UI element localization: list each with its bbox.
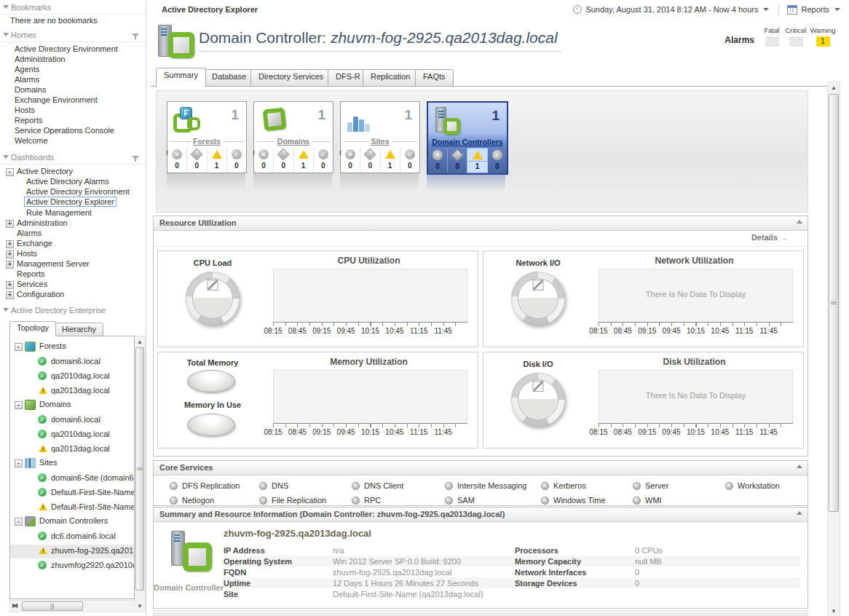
- dashboards-section-header[interactable]: Dashboards: [0, 151, 146, 165]
- tree-item[interactable]: Default-First-Site-Name: [10, 501, 134, 515]
- time-range-text[interactable]: Sunday, August 31, 2014 8:12 AM - Now 4 …: [585, 5, 758, 14]
- core-services-header[interactable]: Core Services: [154, 461, 807, 475]
- tree-expand-box[interactable]: [6, 240, 14, 248]
- homes-section-header[interactable]: Homes: [0, 29, 146, 42]
- tree-item[interactable]: qa2013dag.local: [10, 384, 134, 398]
- sidebar-item-service-operations-console[interactable]: Service Operations Console: [15, 126, 114, 135]
- bookmarks-section-header[interactable]: Bookmarks: [0, 1, 146, 15]
- network-io-gauge[interactable]: [511, 272, 565, 325]
- tile-label[interactable]: Domain Controllers: [428, 138, 507, 147]
- tree-item[interactable]: domain6-Site (domain6.lo: [10, 472, 134, 486]
- tab-directory-services[interactable]: Directory Services: [250, 69, 331, 87]
- tree-item[interactable]: Default-First-Site-Name: [10, 486, 134, 500]
- fatal-count-box[interactable]: [765, 36, 779, 47]
- scroll-thumb[interactable]: [135, 347, 144, 591]
- tree-item-selected[interactable]: zhuvm-fog-2925.qa2013: [10, 545, 134, 558]
- tree-expand-box[interactable]: [6, 281, 14, 289]
- tree-expand-box[interactable]: [6, 291, 14, 299]
- tile-forests[interactable]: 1 Forests 00 10: [167, 101, 247, 173]
- tree-collapse-box[interactable]: [15, 343, 23, 351]
- collapse-section-icon[interactable]: [797, 511, 802, 515]
- collapse-section-icon[interactable]: [797, 465, 802, 468]
- tree-collapse-box[interactable]: [6, 168, 14, 176]
- dash-node-alarms[interactable]: Alarms: [17, 229, 42, 237]
- resource-utilization-header[interactable]: Resource Utilization: [154, 216, 807, 231]
- tree-item[interactable]: zhuvmfog2920.qa2010d: [10, 559, 134, 573]
- dash-item-rule-management[interactable]: Rule Management: [26, 208, 92, 217]
- tree-item[interactable]: qa2010dag.local: [10, 428, 134, 442]
- tree-expand-box[interactable]: [6, 220, 14, 228]
- tab-replication[interactable]: Replication: [363, 69, 418, 87]
- sidebar-item-hosts[interactable]: Hosts: [15, 106, 35, 114]
- sidebar-item-active-directory-environment[interactable]: Active Directory Environment: [15, 44, 118, 53]
- tile-label[interactable]: Domains: [254, 137, 333, 146]
- sidebar-item-alarms[interactable]: Alarms: [15, 75, 39, 84]
- service-rpc[interactable]: RPC: [352, 496, 445, 505]
- dash-node-services[interactable]: Services: [17, 280, 47, 288]
- scroll-up-arrow[interactable]: ▲: [828, 83, 840, 92]
- total-memory-gauge[interactable]: [187, 370, 235, 392]
- service-dns[interactable]: DNS: [259, 481, 352, 490]
- tree-group-forests[interactable]: Forests: [10, 341, 134, 355]
- disk-utilization-plot[interactable]: There Is No Data To Display: [599, 370, 793, 424]
- tree-item[interactable]: qa2013dag.local: [10, 443, 134, 457]
- summary-header[interactable]: Summary and Resource Information (Domain…: [154, 508, 807, 522]
- main-vscrollbar[interactable]: ▲ ▼: [827, 82, 840, 616]
- scroll-down-arrow[interactable]: ▼: [828, 607, 840, 616]
- disk-io-gauge[interactable]: [511, 373, 565, 427]
- tree-group-sites[interactable]: Sites: [10, 457, 134, 471]
- tree-item[interactable]: dc6.domain6.local: [10, 530, 134, 544]
- dash-item-active-directory-environment[interactable]: Active Directory Environment: [26, 187, 130, 196]
- sidebar-item-exchange-environment[interactable]: Exchange Environment: [15, 95, 98, 104]
- dash-node-configuration[interactable]: Configuration: [17, 290, 64, 299]
- cpu-utilization-plot[interactable]: [273, 269, 467, 323]
- scroll-down-arrow[interactable]: ▼: [135, 601, 145, 611]
- reports-dropdown-icon[interactable]: [834, 8, 840, 11]
- filter-funnel-icon[interactable]: [132, 33, 139, 37]
- sidebar-item-administration[interactable]: Administration: [15, 55, 66, 63]
- dash-item-active-directory-explorer-selected[interactable]: Active Directory Explorer: [26, 197, 117, 206]
- service-windows-time[interactable]: Windows Time: [541, 496, 633, 505]
- service-dfs-replication[interactable]: DFS Replication: [170, 481, 259, 490]
- tree-collapse-box[interactable]: [15, 459, 23, 467]
- scroll-thumb[interactable]: [22, 601, 83, 611]
- service-wmi[interactable]: WMI: [633, 496, 725, 505]
- sidebar-item-welcome[interactable]: Welcome: [15, 136, 48, 145]
- service-workstation[interactable]: Workstation: [725, 481, 807, 490]
- tree-group-domains[interactable]: Domains: [10, 399, 134, 413]
- service-file-replication[interactable]: File Replication: [259, 496, 352, 505]
- memory-utilization-plot[interactable]: [273, 370, 467, 424]
- dash-node-administration[interactable]: Administration: [17, 218, 68, 227]
- service-sam[interactable]: SAM: [445, 496, 541, 505]
- tab-hierarchy[interactable]: Hierarchy: [55, 323, 103, 336]
- cpu-load-gauge[interactable]: [186, 272, 240, 325]
- tree-item[interactable]: domain6.local: [10, 355, 134, 369]
- dashboards-root-active-directory[interactable]: Active Directory: [17, 167, 73, 175]
- tile-domains[interactable]: 1 Domains 00 10: [253, 101, 333, 173]
- network-utilization-plot[interactable]: There Is No Data To Display: [599, 269, 793, 323]
- service-netlogon[interactable]: Netlogon: [170, 496, 259, 505]
- collapse-section-icon[interactable]: [797, 220, 802, 224]
- tree-collapse-box[interactable]: [15, 518, 23, 526]
- sidebar-item-reports[interactable]: Reports: [15, 116, 43, 125]
- tile-label[interactable]: Forests: [167, 137, 246, 146]
- tab-faqts[interactable]: FAQts: [415, 69, 454, 87]
- scroll-right-arrow[interactable]: ▶: [10, 601, 19, 612]
- sidebar-item-domains[interactable]: Domains: [15, 85, 46, 94]
- tree-item[interactable]: qa2010dag.local: [10, 370, 134, 384]
- dash-node-management-server[interactable]: Management Server: [17, 259, 90, 268]
- sidebar-tree-vscrollbar[interactable]: ▲ ▼: [134, 336, 146, 612]
- filter-funnel-icon[interactable]: [132, 156, 139, 159]
- tab-summary[interactable]: Summary: [156, 68, 206, 87]
- sidebar-tree-hscrollbar[interactable]: ◀ ▶: [9, 600, 135, 612]
- time-range-dropdown-icon[interactable]: [763, 8, 769, 11]
- dash-node-reports[interactable]: Reports: [17, 269, 45, 278]
- warning-count-box[interactable]: 1: [816, 36, 830, 47]
- tab-database[interactable]: Database: [204, 69, 254, 87]
- dash-node-exchange[interactable]: Exchange: [17, 239, 52, 248]
- sidebar-item-agents[interactable]: Agents: [15, 65, 39, 74]
- critical-count-box[interactable]: [789, 36, 803, 47]
- memory-in-use-gauge[interactable]: [187, 414, 235, 436]
- dash-item-active-directory-alarms[interactable]: Active Directory Alarms: [26, 177, 109, 186]
- scroll-thumb[interactable]: [829, 94, 839, 512]
